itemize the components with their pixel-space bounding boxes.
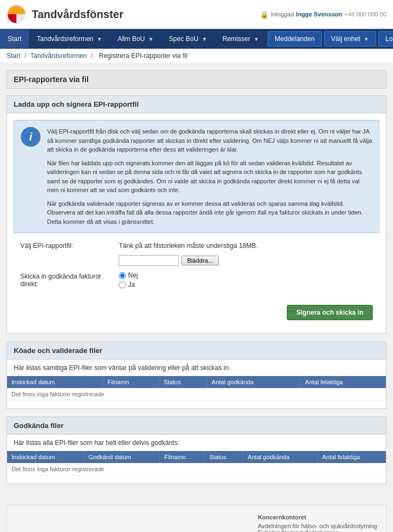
col-inskickad-datum2: Inskickad datum [7,451,84,463]
queued-empty-row: Det finns inga fakturor registrerade [7,388,386,401]
submit-button[interactable]: Signera och skicka in [287,305,373,320]
login-info: 🔒 Inloggad Ingge Svensson +46 000 000 00 [260,10,386,19]
approved-table-section: Här listas alla EPI-filer som har helt e… [7,435,386,476]
browse-button[interactable]: Bläddra... [181,256,219,265]
file-label-spacer [20,255,119,256]
approved-section-title: Godkända filer [14,421,379,430]
page-title: EPI-rapportera via fil [14,75,379,84]
col-filnamn: Filnamn [103,376,159,388]
col-antal-godkanda2: Antal godkända [243,451,317,463]
queued-table: Inskickad datum Filnamn Status Antal god… [7,376,386,401]
upload-section: Ladda upp och signera EPI-rapportfil i V… [7,95,386,334]
approved-table-body: Det finns inga fakturor registrerade [7,463,386,476]
col-antal-godkanda: Antal godkända [207,376,300,388]
radio-nej-text: Nej [128,271,138,279]
approved-section-header: Godkända filer [7,417,386,435]
breadcrumb-sep1: / [25,52,28,60]
page-title-bar: EPI-rapportera via fil [7,70,386,89]
col-status2: Status [205,451,243,463]
col-filnamn2: Filnamn [160,451,205,463]
queued-section: Köade och validerade filer Här listas sa… [7,342,386,409]
footer-dept: Avdelningen för hälso- och sjukvårdsstyr… [258,523,377,529]
approved-table: Inskickad datum Godkänd datum Filnamn St… [7,451,386,476]
info-paragraph-1: Välj EPI-rapportfil från disk och välj s… [47,127,372,154]
col-status: Status [159,376,207,388]
nav-start[interactable]: Start [0,30,29,48]
col-antal-felaktiga2: Antal felaktiga [317,451,386,463]
chevron-down-icon: ▼ [148,36,154,42]
breadcrumb-current: Registrera EPI-rapporter via fil [99,52,187,60]
queued-table-header-row: Inskickad datum Filnamn Status Antal god… [7,376,386,388]
radio-nej-label[interactable]: Nej [119,271,138,279]
approved-table-head: Inskickad datum Godkänd datum Filnamn St… [7,451,386,463]
queued-section-title: Köade och validerade filer [14,346,379,355]
logo-area: Tandvårdsfönster [7,4,123,24]
upload-section-header: Ladda upp och signera EPI-rapportfil [7,96,386,113]
info-text: Välj EPI-rapportfil från disk och välj s… [47,127,372,226]
breadcrumb-start[interactable]: Start [7,52,20,60]
nav-logga-ut[interactable]: Logga ut [378,31,393,47]
nav-spec-bou[interactable]: Spec BoU ▼ [161,30,215,48]
footer-content: Koncernkontoret Avdelningen för hälso- o… [258,514,377,532]
chevron-down-icon: ▼ [363,36,369,42]
send-direct-label: Skicka in godkända fakturor direkt: [20,271,119,288]
file-path-input[interactable] [119,255,179,266]
radio-group: Nej Ja [119,271,138,288]
main-content: EPI-rapportera via fil Ladda upp och sig… [0,63,393,498]
user-name: Ingge Svensson [296,11,342,18]
info-icon: i [21,127,41,147]
approved-empty-message: Det finns inga fakturor registrerade [7,463,386,476]
info-box: i Välj EPI-rapportfil från disk och välj… [14,120,379,233]
user-id: +46 000 000 00 [344,11,386,18]
nav-remisser[interactable]: Remisser ▼ [215,30,267,48]
radio-nej[interactable] [119,272,126,279]
file-hint: Tänk på att filstorleken måste understig… [119,241,373,250]
queued-table-head: Inskickad datum Filnamn Status Antal god… [7,376,386,388]
footer-org: Koncernkontoret [258,514,377,521]
site-footer: Koncernkontoret Avdelningen för hälso- o… [7,505,386,532]
upload-section-body: i Välj EPI-rapportfil från disk och välj… [7,113,386,333]
site-header: Tandvårdsfönster 🔒 Inloggad Ingge Svenss… [0,0,393,29]
file-input-area: Bläddra... [119,255,219,266]
approved-section: Godkända filer Här listas alla EPI-filer… [7,417,386,484]
chevron-down-icon: ▼ [202,36,207,42]
breadcrumb: Start / Tandvårdsreformen / Registrera E… [0,49,393,63]
approved-table-header-row: Inskickad datum Godkänd datum Filnamn St… [7,451,386,463]
logged-in-label: Inloggad [271,11,294,18]
breadcrumb-sep2: / [91,52,95,60]
info-paragraph-2: När filen har laddats upp och signerats … [47,159,372,195]
queued-table-body: Det finns inga fakturor registrerade [7,388,386,401]
queued-section-header: Köade och validerade filer [7,342,386,360]
info-paragraph-3: När godkända validerade rapporter signer… [47,199,372,227]
footer-unit: Enheten för tandvårdsstyrning [258,529,377,532]
file-input-row: Välj EPI-rapportfil: Tänk på att filstor… [20,241,373,250]
nav-allm-bou[interactable]: Allm BoU ▼ [110,30,161,48]
queued-empty-message: Det finns inga fakturor registrerade [7,388,386,401]
submit-row: Signera och skicka in [14,300,379,327]
upload-section-title: Ladda upp och signera EPI-rapportfil [14,100,379,108]
chevron-down-icon: ▼ [253,36,259,42]
queued-table-section: Här listas samtliga EPI-filer som väntar… [7,360,386,401]
col-inskickad-datum: Inskickad datum [7,376,103,388]
nav-valj-enhet[interactable]: Välj enhet ▼ [324,31,376,47]
approved-empty-row: Det finns inga fakturor registrerade [7,463,386,476]
send-direct-row: Skicka in godkända fakturor direkt: Nej … [20,271,373,288]
upload-form: Välj EPI-rapportfil: Tänk på att filstor… [14,241,379,300]
radio-ja[interactable] [119,281,126,288]
col-godkand-datum: Godkänd datum [84,451,160,463]
chevron-down-icon: ▼ [97,36,102,42]
lock-icon: 🔒 [260,10,269,19]
navbar-right: Meddelanden Välj enhet ▼ Logga ut [267,29,393,49]
navbar-left: Start Tandvårdsreformen ▼ Allm BoU ▼ Spe… [0,30,267,48]
radio-ja-text: Ja [128,281,135,288]
approved-description: Här listas alla EPI-filer som har helt e… [7,435,386,451]
nav-tandvardsreformen[interactable]: Tandvårdsreformen ▼ [29,30,109,48]
radio-ja-label[interactable]: Ja [119,281,138,288]
navbar: Start Tandvårdsreformen ▼ Allm BoU ▼ Spe… [0,29,393,49]
queued-description: Här listas samtliga EPI-filer som väntar… [7,360,386,376]
breadcrumb-tandvardsreformen[interactable]: Tandvårdsreformen [30,52,86,60]
file-browse-row: Bläddra... [20,255,373,266]
site-title: Tandvårdsfönster [32,8,123,21]
file-input-control-row: Bläddra... [119,255,219,266]
nav-meddelanden[interactable]: Meddelanden [268,31,322,47]
